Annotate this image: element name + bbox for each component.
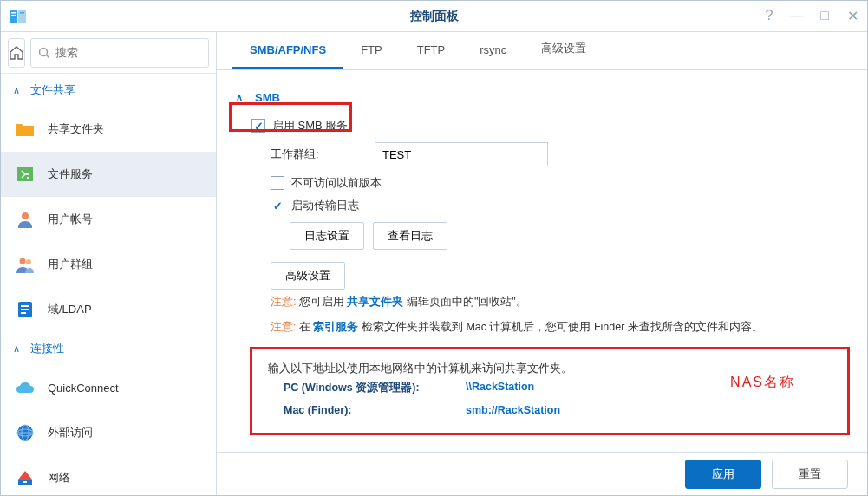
log-settings-button[interactable]: 日志设置 [290, 222, 364, 250]
apply-button[interactable]: 应用 [685, 460, 761, 489]
sidebar-item-external-access[interactable]: 外部访问 [1, 410, 216, 455]
index-service-link[interactable]: 索引服务 [313, 321, 358, 333]
minimize-button[interactable]: — [789, 8, 805, 24]
svg-point-9 [20, 258, 26, 264]
tab-rsync[interactable]: rsync [462, 33, 524, 69]
prev-version-checkbox[interactable] [271, 176, 284, 190]
tab-ftp[interactable]: FTP [343, 33, 400, 69]
sidebar-item-label: 文件服务 [48, 166, 93, 182]
search-box[interactable] [30, 38, 209, 68]
transfer-log-checkbox[interactable] [271, 199, 284, 212]
workgroup-input[interactable] [375, 142, 548, 166]
svg-point-8 [22, 212, 29, 219]
chevron-up-icon: ∧ [236, 92, 246, 103]
note-label: 注意: [271, 296, 296, 308]
window-controls: ? — □ ✕ [761, 8, 860, 24]
home-button[interactable] [8, 38, 25, 68]
control-panel-window: 控制面板 ? — □ ✕ ∧ 文件共享 [0, 0, 868, 496]
reset-button[interactable]: 重置 [772, 460, 848, 489]
sidebar-item-label: 用户群组 [48, 257, 93, 272]
sidebar-item-label: 网络 [48, 470, 70, 486]
window-title: 控制面板 [410, 9, 459, 24]
smb-section: ∧ SMB 启用 SMB 服务 工作群组: [236, 81, 848, 452]
advanced-button-wrap: 高级设置 [251, 257, 848, 290]
smb-title: SMB [255, 91, 280, 104]
address-mac-row: Mac (Finder): smb://RackStation [268, 400, 832, 421]
svg-rect-4 [20, 12, 24, 14]
sidebar-item-user[interactable]: 用户帐号 [1, 197, 216, 242]
note-label: 注意: [271, 321, 296, 333]
sidebar-item-label: 用户帐号 [48, 212, 93, 227]
maximize-button[interactable]: □ [817, 8, 832, 24]
smb-header[interactable]: ∧ SMB [236, 88, 848, 108]
search-input[interactable] [55, 46, 201, 59]
folder-icon [15, 119, 36, 140]
svg-rect-20 [23, 481, 27, 483]
chevron-up-icon: ∧ [13, 85, 23, 96]
close-button[interactable]: ✕ [845, 8, 860, 24]
workgroup-label: 工作群组: [271, 147, 375, 162]
sidebar-item-ldap[interactable]: 域/LDAP [1, 287, 216, 332]
workgroup-row: 工作群组: [251, 137, 848, 172]
help-button[interactable]: ? [761, 8, 777, 24]
sidebar-top [1, 32, 216, 74]
advanced-settings-button[interactable]: 高级设置 [271, 262, 345, 290]
enable-smb-label: 启用 SMB 服务 [272, 118, 348, 134]
view-log-button[interactable]: 查看日志 [373, 222, 447, 250]
section-connectivity[interactable]: ∧ 连接性 [1, 332, 216, 365]
tab-smb-afp-nfs[interactable]: SMB/AFP/NFS [232, 33, 343, 69]
address-mac-value: smb://RackStation [466, 404, 560, 416]
user-icon [15, 209, 36, 230]
enable-smb-row: 启用 SMB 服务 [251, 114, 848, 137]
main: SMB/AFP/NFS FTP TFTP rsync 高级设置 ∧ SMB 启用… [217, 32, 867, 495]
section-label: 文件共享 [30, 82, 75, 98]
chevron-up-icon: ∧ [13, 343, 23, 355]
footer: 应用 重置 [217, 452, 867, 495]
svg-line-6 [47, 55, 50, 58]
shared-folder-link[interactable]: 共享文件夹 [347, 296, 403, 308]
group-icon [15, 254, 36, 275]
enable-smb-checkbox[interactable] [251, 119, 265, 133]
svg-rect-14 [21, 312, 26, 314]
svg-rect-1 [18, 10, 26, 23]
note-index: 注意: 在 索引服务 检索文件夹并装载到 Mac 计算机后，您可使用 Finde… [251, 315, 848, 340]
titlebar: 控制面板 ? — □ ✕ [1, 1, 867, 32]
svg-rect-12 [21, 305, 29, 307]
sidebar-item-group[interactable]: 用户群组 [1, 242, 216, 287]
sidebar-item-network[interactable]: 网络 [1, 455, 216, 495]
smb-body: 启用 SMB 服务 工作群组: 不可访问以前版本 [236, 108, 848, 452]
sidebar-item-quickconnect[interactable]: QuickConnect [1, 365, 216, 410]
prev-version-label: 不可访问以前版本 [291, 175, 382, 191]
search-icon [38, 47, 50, 59]
note-recycle: 注意: 您可启用 共享文件夹 编辑页面中的"回收站"。 [251, 290, 848, 315]
svg-rect-2 [11, 12, 16, 14]
sidebar-item-label: 共享文件夹 [48, 121, 104, 137]
address-mac-label: Mac (Finder): [284, 404, 466, 416]
svg-rect-13 [21, 309, 29, 310]
file-service-icon [15, 164, 36, 185]
sidebar-item-label: QuickConnect [48, 382, 119, 395]
app-icon [8, 6, 29, 27]
sidebar-item-label: 域/LDAP [48, 302, 92, 317]
tab-tftp[interactable]: TFTP [400, 33, 463, 69]
log-buttons: 日志设置 查看日志 [251, 217, 848, 250]
svg-rect-3 [11, 15, 16, 16]
cloud-icon [15, 377, 36, 398]
svg-point-5 [40, 48, 48, 55]
ldap-icon [15, 299, 36, 320]
transfer-log-label: 启动传输日志 [291, 198, 359, 213]
body: ∧ 文件共享 共享文件夹 文件服务 用户帐号 用户群组 域/LDAP [1, 32, 867, 495]
section-file-sharing[interactable]: ∧ 文件共享 [1, 74, 216, 107]
transfer-log-row: 启动传输日志 [251, 194, 848, 217]
nas-name-annotation: NAS名称 [730, 374, 795, 392]
svg-rect-0 [10, 10, 17, 23]
sidebar: ∧ 文件共享 共享文件夹 文件服务 用户帐号 用户群组 域/LDAP [1, 32, 217, 495]
address-box: 输入以下地址以使用本地网络中的计算机来访问共享文件夹。 PC (Windows … [251, 349, 848, 434]
address-pc-label: PC (Windows 资源管理器): [284, 381, 466, 395]
globe-icon [15, 422, 36, 443]
sidebar-item-shared-folder[interactable]: 共享文件夹 [1, 107, 216, 152]
tabs: SMB/AFP/NFS FTP TFTP rsync 高级设置 [217, 32, 867, 70]
network-icon [15, 467, 36, 488]
sidebar-item-file-services[interactable]: 文件服务 [1, 152, 216, 197]
tab-advanced[interactable]: 高级设置 [524, 32, 604, 69]
